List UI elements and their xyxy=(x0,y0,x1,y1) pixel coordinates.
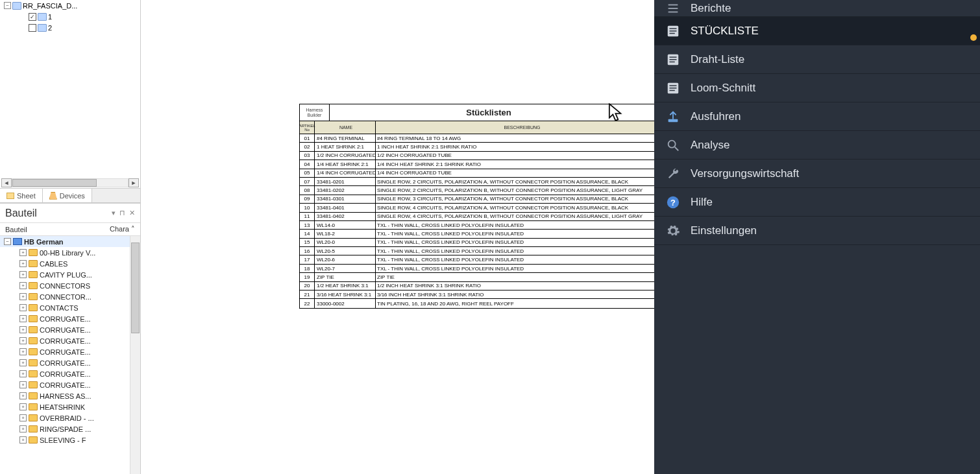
tab-devices[interactable]: Devices xyxy=(43,189,92,202)
page-icon xyxy=(38,13,47,21)
folder-icon xyxy=(29,392,38,399)
pin-icon[interactable]: ⊓ xyxy=(119,209,125,217)
cell-name: 1/2 INCH CORRUGATED FLEXTUBE xyxy=(315,152,376,160)
lib-item-row[interactable]: +CORRUGATE... xyxy=(0,346,140,357)
lib-item-row[interactable]: +CORRUGATE... xyxy=(0,313,140,324)
expand-icon[interactable]: + xyxy=(19,337,27,344)
expand-icon[interactable]: + xyxy=(19,392,27,399)
lib-item-row[interactable]: +CORRUGATE... xyxy=(0,324,140,335)
dropdown-icon[interactable]: ▾ xyxy=(112,209,116,217)
checkbox[interactable] xyxy=(29,13,36,21)
col-bauteil[interactable]: Bauteil xyxy=(5,226,27,233)
scroll-left-icon[interactable]: ◄ xyxy=(1,178,12,187)
document-viewport[interactable]: Harness Builder Stücklisten ZUKEN. ARTIK… xyxy=(141,0,654,474)
tree-child-row[interactable]: 2 xyxy=(0,22,140,33)
cell-desc: 1 INCH HEAT SHRINK 2:1 SHRINK RATIO xyxy=(376,143,654,150)
sidebar-item-draht-liste[interactable]: Draht-Liste xyxy=(654,45,980,74)
cell-no: 05 xyxy=(300,169,315,177)
expand-icon[interactable]: + xyxy=(19,436,27,444)
lib-item-row[interactable]: +00-HB Library V... xyxy=(0,247,140,258)
right-sidebar: BerichteSTÜCKLISTEDraht-ListeLoom-Schnit… xyxy=(654,0,980,474)
table-row: 15WL20-0TXL - THIN WALL, CROSS LINKED PO… xyxy=(300,239,654,247)
lib-item-row[interactable]: +OVERBRAID - ... xyxy=(0,412,140,423)
tree-tabs: Sheet Devices xyxy=(0,188,140,202)
expand-icon[interactable]: + xyxy=(19,348,27,355)
lib-item-row[interactable]: +CORRUGATE... xyxy=(0,335,140,346)
collapse-icon[interactable]: − xyxy=(4,2,11,9)
sidebar-item-label: Loom-Schnitt xyxy=(691,82,755,95)
lib-item-row[interactable]: +CONTACTS xyxy=(0,302,140,313)
cell-no: 13 xyxy=(300,221,315,229)
expand-icon[interactable]: + xyxy=(19,282,27,289)
checkbox[interactable] xyxy=(29,24,36,32)
cell-name: WL14-0 xyxy=(315,221,376,229)
sidebar-item-analyse[interactable]: Analyse xyxy=(654,131,980,160)
lib-item-row[interactable]: +CABLES xyxy=(0,258,140,269)
lib-item-row[interactable]: +HEATSHRINK xyxy=(0,401,140,412)
expand-icon[interactable]: + xyxy=(19,359,27,366)
library-vscroll[interactable] xyxy=(130,236,140,474)
tree-child-row[interactable]: 1 xyxy=(0,11,140,22)
lib-item-row[interactable]: +CORRUGATE... xyxy=(0,357,140,368)
expand-icon[interactable]: + xyxy=(19,260,27,267)
cell-no: 19 xyxy=(300,273,315,281)
cell-name: WL20-0 xyxy=(315,239,376,246)
cell-desc: SINGLE ROW, 4 CIRCUITS, POLARIZATION B, … xyxy=(376,213,654,220)
expand-icon[interactable]: + xyxy=(19,403,27,410)
list-icon xyxy=(666,81,680,95)
sidebar-item-hilfe[interactable]: ?Hilfe xyxy=(654,188,980,217)
left-panel: − RR_FASCIA_D... 12 ◄ ► Sheet Devices xyxy=(0,0,141,474)
sidebar-item-ausfuhren[interactable]: Ausfuhren xyxy=(654,102,980,131)
scroll-track[interactable] xyxy=(12,178,129,187)
col-chara[interactable]: Chara ˄ xyxy=(110,225,135,233)
collapse-icon[interactable]: − xyxy=(4,238,11,245)
lib-item-row[interactable]: +CONNECTORS xyxy=(0,280,140,291)
tree-root-row[interactable]: − RR_FASCIA_D... xyxy=(0,0,140,11)
tab-sheet[interactable]: Sheet xyxy=(0,189,43,202)
expand-icon[interactable]: + xyxy=(19,414,27,421)
cell-no: 10 xyxy=(300,204,315,211)
lib-item-label: CONTACTS xyxy=(40,304,79,312)
cell-name: 33481-0401 xyxy=(315,204,376,211)
lib-item-label: CORRUGATE... xyxy=(40,326,91,334)
library-tree[interactable]: − HB German +00-HB Library V...+CABLES+C… xyxy=(0,236,140,474)
expand-icon[interactable]: + xyxy=(19,249,27,256)
expand-icon[interactable]: + xyxy=(19,381,27,388)
lib-item-row[interactable]: +HARNESS AS... xyxy=(0,390,140,401)
sidebar-item-loom-schnitt[interactable]: Loom-Schnitt xyxy=(654,74,980,102)
expand-icon[interactable]: + xyxy=(19,425,27,433)
expand-icon[interactable]: + xyxy=(19,293,27,300)
lib-item-row[interactable]: +SLEEVING - F xyxy=(0,434,140,445)
cell-desc: TXL - THIN WALL, CROSS LINKED POLYOLEFIN… xyxy=(376,265,654,272)
sidebar-item-einstellungen[interactable]: Einstellungen xyxy=(654,217,980,245)
expand-icon[interactable]: + xyxy=(19,315,27,322)
cell-desc: SINGLE ROW, 2 CIRCUITS, POLARIZATION B, … xyxy=(376,186,654,194)
lib-root-row[interactable]: − HB German xyxy=(0,236,140,247)
cell-desc: 1/4 INCH CORRUGATED TUBE xyxy=(376,169,654,177)
sidebar-item-st-ckliste[interactable]: STÜCKLISTE xyxy=(654,17,980,45)
sidebar-item-label: Analyse xyxy=(691,139,729,152)
scroll-right-icon[interactable]: ► xyxy=(129,178,139,187)
lib-item-row[interactable]: +CONNECTOR... xyxy=(0,291,140,302)
lib-item-row[interactable]: +CORRUGATE... xyxy=(0,379,140,390)
cell-name: #4 RING TERMINAL xyxy=(315,134,376,142)
lib-item-label: HARNESS AS... xyxy=(40,392,91,400)
lib-item-row[interactable]: +CAVITY PLUG... xyxy=(0,269,140,280)
expand-icon[interactable]: + xyxy=(19,370,27,377)
table-row: 18WL20-7TXL - THIN WALL, CROSS LINKED PO… xyxy=(300,265,654,273)
sidebar-item-berichte[interactable]: Berichte xyxy=(654,0,980,17)
cell-no: 22 xyxy=(300,299,315,307)
expand-icon[interactable]: + xyxy=(19,304,27,311)
lib-item-row[interactable]: +CORRUGATE... xyxy=(0,368,140,379)
folder-icon xyxy=(29,337,38,344)
vscroll-thumb[interactable] xyxy=(131,243,140,333)
expand-icon[interactable]: + xyxy=(19,326,27,333)
scroll-thumb[interactable] xyxy=(12,179,97,187)
close-icon[interactable]: ✕ xyxy=(129,209,135,217)
sidebar-item-versorgungswirtschaft[interactable]: Versorgungswirtschaft xyxy=(654,160,980,188)
lib-item-row[interactable]: +RING/SPADE ... xyxy=(0,423,140,434)
expand-icon[interactable]: + xyxy=(19,271,27,278)
tree-hscroll[interactable]: ◄ ► xyxy=(1,178,139,188)
cell-name: 33000-0002 xyxy=(315,299,376,307)
gear-icon xyxy=(666,224,680,238)
